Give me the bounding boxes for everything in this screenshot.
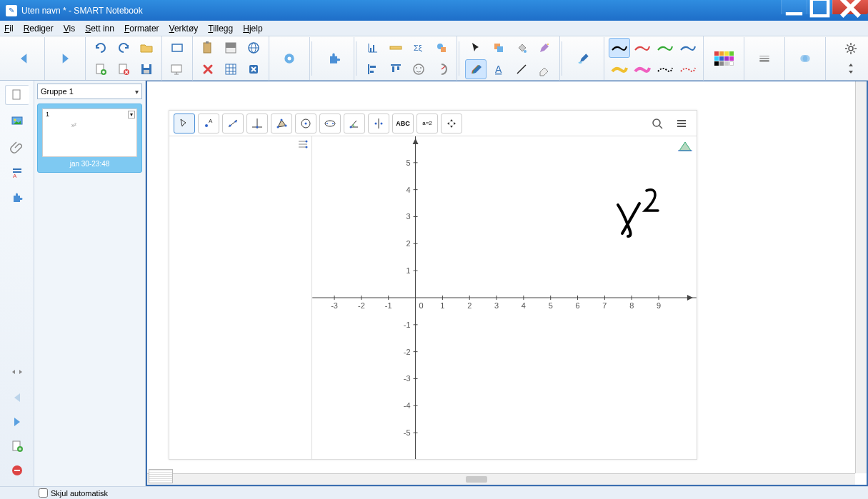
pen-style-7[interactable] bbox=[654, 59, 676, 79]
nav-del-button[interactable] bbox=[5, 460, 29, 480]
minimize-button[interactable] bbox=[781, 0, 807, 14]
pen-style-6[interactable] bbox=[632, 59, 653, 79]
undo-button[interactable] bbox=[90, 38, 111, 58]
measurement-button[interactable] bbox=[431, 59, 452, 79]
pen-tool[interactable] bbox=[465, 59, 487, 79]
transparency-button[interactable] bbox=[789, 43, 821, 74]
nav-add-button[interactable] bbox=[5, 436, 29, 456]
geogebra-widget[interactable]: A ABC a=2 bbox=[169, 110, 697, 460]
tab-addons[interactable] bbox=[5, 188, 29, 208]
ggb-sort-icon[interactable] bbox=[297, 139, 309, 152]
add-page-button[interactable] bbox=[90, 59, 111, 79]
canvas[interactable]: A ABC a=2 bbox=[146, 81, 868, 486]
screen-shade-button[interactable] bbox=[220, 38, 241, 58]
ggb-view-options-icon[interactable] bbox=[678, 141, 692, 155]
ggb-polygon-tool[interactable] bbox=[271, 114, 292, 133]
open-button[interactable] bbox=[136, 38, 157, 58]
menu-settinn[interactable]: Sett inn bbox=[85, 24, 114, 34]
v-scrollbar[interactable] bbox=[855, 81, 867, 473]
group-selector[interactable]: Gruppe 1 bbox=[37, 84, 142, 99]
redo-button[interactable] bbox=[113, 38, 134, 58]
menu-verktoy[interactable]: Verktøy bbox=[169, 24, 199, 34]
pen-style-5[interactable] bbox=[609, 59, 630, 79]
align-top-button[interactable] bbox=[385, 59, 406, 79]
ggb-menu-button[interactable] bbox=[671, 114, 692, 133]
pen-style-2[interactable] bbox=[632, 38, 653, 58]
nav-next-button[interactable] bbox=[5, 412, 29, 432]
ggb-graph-view[interactable]: -3-2-10 123456789 54321 -1-2-3-4-5 bbox=[312, 136, 697, 459]
fill-tool[interactable] bbox=[511, 38, 532, 58]
settings-button[interactable] bbox=[841, 39, 861, 58]
ggb-ellipse-tool[interactable] bbox=[319, 114, 341, 133]
menu-fil[interactable]: Fil bbox=[4, 24, 14, 34]
ggb-angle-tool[interactable] bbox=[344, 114, 365, 133]
shape-fill-tool[interactable] bbox=[488, 38, 509, 58]
menu-hjelp[interactable]: Hjelp bbox=[243, 24, 262, 34]
ggb-perpline-tool[interactable] bbox=[246, 114, 268, 133]
page-thumbnail[interactable]: 1 x² ▾ jan 30-23:48 bbox=[37, 104, 142, 173]
text-tool[interactable]: A bbox=[488, 59, 509, 79]
hide-auto-checkbox[interactable] bbox=[39, 488, 48, 498]
expand-button[interactable] bbox=[841, 59, 861, 78]
prev-page-button[interactable] bbox=[9, 43, 40, 74]
projector-button[interactable] bbox=[166, 59, 188, 79]
ruler-button[interactable] bbox=[385, 38, 406, 58]
maximize-button[interactable] bbox=[807, 0, 832, 14]
pen-style-3[interactable] bbox=[654, 38, 676, 58]
next-page-button[interactable] bbox=[49, 43, 81, 74]
ggb-slider-tool[interactable]: a=2 bbox=[416, 114, 438, 133]
ggb-text-tool[interactable]: ABC bbox=[392, 114, 414, 133]
svg-text:8: 8 bbox=[629, 301, 634, 310]
tab-gallery[interactable] bbox=[5, 111, 29, 131]
h-scrollbar[interactable] bbox=[147, 473, 855, 485]
keyboard-icon[interactable] bbox=[149, 469, 173, 483]
ggb-move-tool[interactable] bbox=[174, 114, 195, 133]
math-button[interactable]: Σξ bbox=[408, 38, 429, 58]
addon-button[interactable] bbox=[318, 43, 349, 74]
tab-properties[interactable]: A bbox=[5, 162, 29, 182]
reset-button[interactable] bbox=[243, 59, 264, 79]
thumb-menu-icon[interactable]: ▾ bbox=[128, 111, 135, 119]
line-tool[interactable] bbox=[511, 59, 532, 79]
ggb-search-button[interactable] bbox=[647, 114, 668, 133]
pen-style-8[interactable] bbox=[677, 59, 699, 79]
paste-button[interactable] bbox=[197, 38, 219, 58]
tab-page-sorter[interactable] bbox=[5, 85, 29, 105]
menu-formater[interactable]: Formater bbox=[124, 24, 159, 34]
pen-style-4[interactable] bbox=[677, 38, 699, 58]
delete-page-button[interactable] bbox=[113, 59, 134, 79]
ggb-point-tool[interactable]: A bbox=[198, 114, 219, 133]
close-button[interactable] bbox=[832, 0, 868, 14]
svg-rect-59 bbox=[13, 90, 20, 99]
response-button[interactable] bbox=[274, 43, 305, 74]
internet-button[interactable] bbox=[243, 38, 264, 58]
screen-capture-button[interactable] bbox=[166, 38, 188, 58]
magic-pen-tool[interactable] bbox=[534, 38, 555, 58]
ggb-reflect-tool[interactable] bbox=[368, 114, 389, 133]
ggb-line-tool[interactable] bbox=[222, 114, 244, 133]
tab-attachments[interactable] bbox=[5, 136, 29, 156]
select-tool[interactable] bbox=[465, 38, 487, 58]
ggb-circle-tool[interactable] bbox=[295, 114, 316, 133]
svg-line-50 bbox=[517, 65, 526, 74]
eraser-tool[interactable] bbox=[534, 59, 555, 79]
save-button[interactable] bbox=[136, 59, 157, 79]
shapes-button[interactable] bbox=[431, 38, 452, 58]
menu-rediger[interactable]: Rediger bbox=[24, 24, 54, 34]
color-picker-button[interactable] bbox=[708, 43, 739, 74]
face-button[interactable] bbox=[408, 59, 429, 79]
menu-tillegg[interactable]: Tillegg bbox=[208, 24, 233, 34]
pen-style-1[interactable] bbox=[609, 38, 630, 58]
line-props-button[interactable] bbox=[749, 43, 780, 74]
graph-button[interactable] bbox=[362, 38, 384, 58]
ggb-movegraph-tool[interactable] bbox=[441, 114, 462, 133]
align-left-button[interactable] bbox=[362, 59, 384, 79]
menu-vis[interactable]: Vis bbox=[64, 24, 75, 34]
page-sorter-panel: Gruppe 1 1 x² ▾ jan 30-23:48 bbox=[34, 81, 146, 486]
move-sidebar-button[interactable] bbox=[5, 362, 29, 382]
highlighter-button[interactable] bbox=[568, 43, 599, 74]
ggb-algebra-view[interactable] bbox=[169, 136, 312, 459]
table-button[interactable] bbox=[220, 59, 241, 79]
delete-button[interactable] bbox=[197, 59, 219, 79]
nav-prev-button[interactable] bbox=[5, 388, 29, 408]
